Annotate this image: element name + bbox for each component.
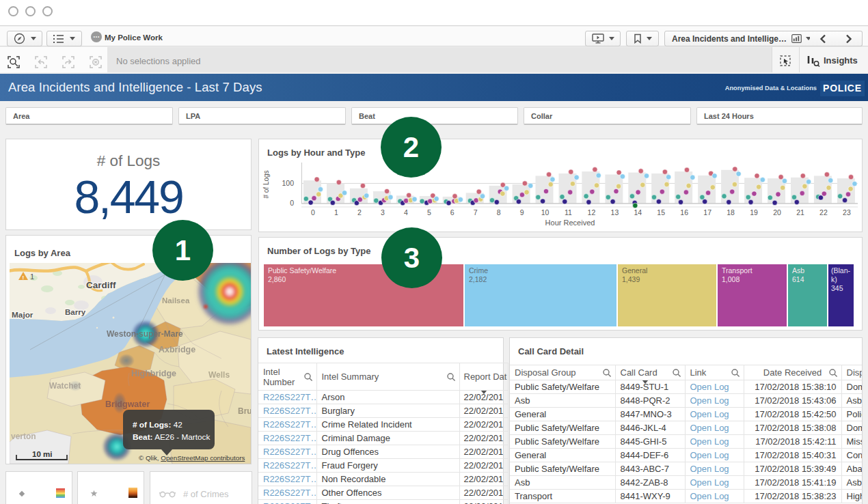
svg-text:21: 21 xyxy=(796,208,804,216)
svg-text:10 mi: 10 mi xyxy=(32,450,52,458)
svg-text:Beat: AE26 - Martock: Beat: AE26 - Martock xyxy=(133,432,211,442)
svg-text:# of Logs: 42: # of Logs: 42 xyxy=(133,420,182,430)
svg-text:8: 8 xyxy=(497,208,501,216)
svg-text:9: 9 xyxy=(520,208,524,216)
svg-text:3: 3 xyxy=(381,208,385,216)
svg-text:Weston-super-Mare: Weston-super-Mare xyxy=(107,329,183,339)
svg-text:1: 1 xyxy=(30,272,34,281)
svg-text:Watchet: Watchet xyxy=(49,381,81,391)
svg-text:4: 4 xyxy=(404,208,408,216)
svg-text:23: 23 xyxy=(843,208,851,216)
svg-text:5: 5 xyxy=(427,208,431,216)
svg-text:Wells: Wells xyxy=(208,370,230,380)
svg-text:100: 100 xyxy=(282,179,294,187)
svg-text:verton: verton xyxy=(11,432,36,441)
svg-text:Bru: Bru xyxy=(238,406,251,416)
svg-text:Nailsea: Nailsea xyxy=(162,296,190,305)
svg-text:Hour Received: Hour Received xyxy=(545,219,595,227)
svg-text:12: 12 xyxy=(588,208,596,216)
svg-text:!: ! xyxy=(23,275,25,281)
svg-text:0: 0 xyxy=(290,199,294,207)
svg-text:18: 18 xyxy=(727,208,735,216)
svg-text:13: 13 xyxy=(611,208,619,216)
svg-text:Barry: Barry xyxy=(65,308,86,316)
svg-text:Highbridge: Highbridge xyxy=(131,369,176,378)
svg-text:Cardiff: Cardiff xyxy=(86,280,116,290)
svg-text:19: 19 xyxy=(750,208,758,216)
svg-text:15: 15 xyxy=(657,208,665,216)
svg-text:Bridgwater: Bridgwater xyxy=(105,400,150,409)
svg-text:Major: Major xyxy=(12,310,33,320)
svg-text:# of Logs: # of Logs xyxy=(262,170,270,198)
svg-text:7: 7 xyxy=(474,208,478,216)
svg-text:1: 1 xyxy=(334,208,338,216)
svg-text:20: 20 xyxy=(773,208,781,216)
svg-text:11: 11 xyxy=(565,208,572,216)
svg-text:16: 16 xyxy=(680,208,688,216)
svg-text:6: 6 xyxy=(450,208,455,216)
svg-text:© Qlik, OpenStreetMap contribu: © Qlik, OpenStreetMap contributors xyxy=(139,454,245,462)
svg-text:Axbridge: Axbridge xyxy=(159,345,195,354)
svg-text:2: 2 xyxy=(357,208,362,216)
svg-text:22: 22 xyxy=(819,208,828,216)
svg-text:0: 0 xyxy=(311,208,315,216)
svg-text:10: 10 xyxy=(541,208,550,216)
svg-text:17: 17 xyxy=(703,208,711,216)
svg-text:14: 14 xyxy=(634,208,642,216)
